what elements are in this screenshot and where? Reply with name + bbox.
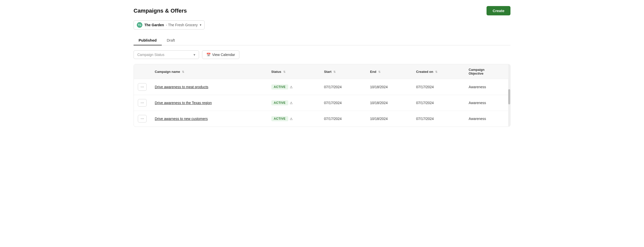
status-badge: ACTIVE	[271, 116, 288, 121]
campaigns-table: Campaign name ⇅ Status ⇅ Start ⇅ End ⇅ C	[134, 64, 510, 127]
col-created-on[interactable]: Created on ⇅	[412, 64, 465, 79]
table-row: ···Drive awareness to meat productsACTIV…	[134, 79, 510, 95]
table-wrapper: Campaign name ⇅ Status ⇅ Start ⇅ End ⇅ C	[134, 64, 510, 127]
warning-icon: ⚠	[290, 101, 293, 105]
row-created-cell: 07/17/2024	[412, 111, 465, 127]
row-objective-cell: Awareness	[465, 79, 510, 95]
tab-draft[interactable]: Draft	[162, 36, 180, 45]
campaign-status-placeholder: Campaign Status	[137, 53, 164, 57]
col-status[interactable]: Status ⇅	[267, 64, 320, 79]
warning-icon: ⚠	[290, 85, 293, 89]
campaign-name-link[interactable]: Drive awarness to new customers	[155, 117, 208, 121]
row-actions-cell: ···	[134, 79, 151, 95]
store-avatar: TG	[137, 22, 142, 28]
row-name-cell: Drive awareness to the Texas region	[151, 95, 267, 111]
top-bar: Campaigns & Offers Create	[134, 6, 510, 15]
col-campaign-name[interactable]: Campaign name ⇅	[151, 64, 267, 79]
status-badge: ACTIVE	[271, 100, 288, 105]
row-end-cell: 10/18/2024	[366, 95, 412, 111]
row-name-cell: Drive awareness to meat products	[151, 79, 267, 95]
toolbar: Campaign Status ▾ 📅 View Calendar	[134, 50, 510, 59]
more-options-button[interactable]: ···	[138, 99, 147, 107]
more-options-button[interactable]: ···	[138, 83, 147, 91]
tab-published[interactable]: Published	[134, 36, 162, 45]
sort-icon-created: ⇅	[435, 70, 437, 74]
col-start[interactable]: Start ⇅	[320, 64, 366, 79]
row-name-cell: Drive awarness to new customers	[151, 111, 267, 127]
sort-icon-name: ⇅	[182, 70, 184, 74]
store-sub: - The Fresh Grocery	[166, 23, 198, 27]
calendar-icon: 📅	[206, 53, 211, 57]
table-header-row: Campaign name ⇅ Status ⇅ Start ⇅ End ⇅ C	[134, 64, 510, 79]
sort-icon-end: ⇅	[378, 70, 380, 74]
sort-icon-status: ⇅	[283, 70, 285, 74]
row-created-cell: 07/17/2024	[412, 95, 465, 111]
row-start-cell: 07/17/2024	[320, 111, 366, 127]
tabs-bar: Published Draft	[134, 36, 510, 45]
row-created-cell: 07/17/2024	[412, 79, 465, 95]
row-actions-cell: ···	[134, 95, 151, 111]
scrollbar[interactable]	[508, 64, 510, 127]
row-end-cell: 10/18/2024	[366, 111, 412, 127]
row-end-cell: 10/18/2024	[366, 79, 412, 95]
page-title: Campaigns & Offers	[134, 8, 187, 14]
row-start-cell: 07/17/2024	[320, 79, 366, 95]
status-badge: ACTIVE	[271, 84, 288, 89]
table-row: ···Drive awarness to new customersACTIVE…	[134, 111, 510, 127]
campaigns-table-container: Campaign name ⇅ Status ⇅ Start ⇅ End ⇅ C	[134, 64, 510, 127]
table-row: ···Drive awareness to the Texas regionAC…	[134, 95, 510, 111]
col-actions	[134, 64, 151, 79]
campaign-name-link[interactable]: Drive awareness to meat products	[155, 85, 208, 89]
campaign-status-dropdown[interactable]: Campaign Status ▾	[134, 50, 199, 59]
row-objective-cell: Awareness	[465, 111, 510, 127]
create-button[interactable]: Create	[487, 6, 510, 15]
sort-icon-start: ⇅	[333, 70, 336, 74]
dropdown-chevron-icon: ▾	[194, 53, 195, 57]
row-status-cell: ACTIVE⚠	[267, 79, 320, 95]
more-options-button[interactable]: ···	[138, 115, 147, 122]
campaign-name-link[interactable]: Drive awareness to the Texas region	[155, 101, 212, 105]
store-selector[interactable]: TG The Garden - The Fresh Grocery ▾	[134, 20, 205, 29]
chevron-down-icon: ▾	[200, 23, 201, 27]
row-start-cell: 07/17/2024	[320, 95, 366, 111]
view-calendar-label: View Calendar	[212, 53, 235, 57]
col-objective: CampaignObjective	[465, 64, 510, 79]
row-status-cell: ACTIVE⚠	[267, 95, 320, 111]
row-objective-cell: Awareness	[465, 95, 510, 111]
row-actions-cell: ···	[134, 111, 151, 127]
store-name: The Garden	[144, 23, 164, 27]
scrollbar-thumb	[508, 89, 510, 104]
col-end[interactable]: End ⇅	[366, 64, 412, 79]
warning-icon: ⚠	[290, 117, 293, 121]
view-calendar-button[interactable]: 📅 View Calendar	[202, 50, 239, 59]
row-status-cell: ACTIVE⚠	[267, 111, 320, 127]
